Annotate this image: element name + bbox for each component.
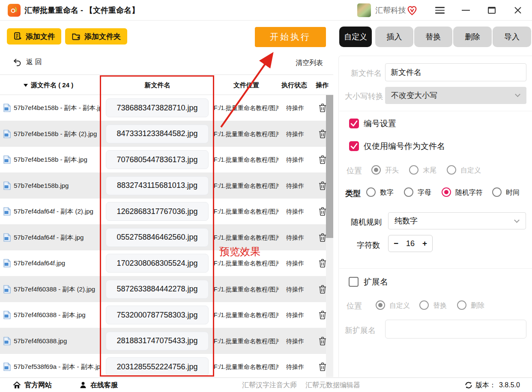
app-icon — [8, 4, 21, 17]
file-location: F:/1.批量重命名教程/图片 — [214, 250, 279, 276]
type-radio-random[interactable] — [442, 187, 451, 197]
footer: 官方网站 在线客服 汇帮汉字注音大师 汇帮元数据编辑器 版本：3.8.5.0 — [0, 377, 532, 392]
status: 待操作 — [282, 199, 308, 225]
new-name-pill: 8473331233844582.jpg — [106, 125, 209, 143]
status: 待操作 — [282, 147, 308, 173]
status: 待操作 — [282, 354, 308, 377]
only-number-label: 仅使用编号作为文件名 — [364, 141, 445, 151]
new-name-pill: 7076805447836173.jpg — [106, 150, 209, 169]
file-location: F:/1.批量重命名教程/图片 — [214, 225, 279, 251]
position-radio-end[interactable] — [409, 165, 418, 175]
official-site-link[interactable]: 官方网站 — [13, 378, 52, 392]
tab-custom[interactable]: 自定义 — [339, 27, 372, 47]
new-name-label: 新文件名 — [351, 68, 382, 78]
status: 待操作 — [282, 95, 308, 121]
random-rule-select[interactable]: 纯数字 — [388, 212, 526, 229]
minimize-button[interactable] — [462, 10, 470, 11]
app-icon-glyph — [10, 6, 18, 15]
add-files-button[interactable]: 添加文件 — [7, 28, 61, 45]
menu-icon[interactable] — [435, 7, 445, 14]
random-rule-label: 随机规则 — [351, 217, 382, 227]
source-name: 57b7ef4daf64f - 副本 (2).jpg — [14, 199, 100, 225]
clear-list-button[interactable]: 清空列表 — [296, 59, 323, 68]
position-radio-custom[interactable] — [447, 165, 456, 175]
table-row: 57b7ef4be158b.jpg 8832743115681013.jpg F… — [0, 173, 333, 199]
table-row: 57b7ef4be158b - 副本 - 副本.jpg 738688347382… — [0, 95, 333, 121]
new-name-pill: 8832743115681013.jpg — [106, 176, 209, 195]
column-status: 执行状态 — [279, 75, 309, 95]
file-icon — [3, 311, 11, 319]
scrollbar-thumb[interactable] — [326, 95, 333, 238]
new-name-pill: 7532000787758303.jpg — [106, 306, 209, 324]
pinyin-tool-link[interactable]: 汇帮汉字注音大师 — [242, 378, 297, 392]
column-source[interactable]: 源文件名 ( 24 ) — [24, 75, 73, 95]
source-name: 57b7ef4f60388 - 副本.jpg — [14, 302, 100, 328]
position-radio-start[interactable] — [371, 165, 381, 175]
position-label: 位置 — [347, 166, 362, 176]
extension-checkbox[interactable] — [349, 277, 359, 287]
check-icon — [349, 119, 359, 128]
column-new-name: 新文件名 — [101, 75, 214, 95]
type-letter-label: 字母 — [418, 188, 431, 197]
type-random-label: 随机字符 — [455, 188, 483, 197]
table-row: 57b7ef4f60388 - 副本 (2).jpg 5872633884442… — [0, 276, 333, 303]
table-scrollbar[interactable] — [326, 95, 333, 377]
source-name: 57b7ef4f60388.jpg — [14, 328, 100, 354]
column-action: 操作 — [311, 75, 333, 95]
brand-name: 汇帮科技 — [375, 0, 406, 21]
ext-position-radio-replace[interactable] — [419, 300, 429, 310]
type-radio-letter[interactable] — [404, 187, 413, 197]
official-site-label: 官方网站 — [24, 381, 52, 390]
numbering-label: 编号设置 — [364, 119, 396, 128]
vip-icon[interactable] — [406, 5, 418, 16]
tab-delete[interactable]: 删除 — [453, 27, 492, 47]
case-convert-select[interactable]: 不改变大小写 — [385, 87, 526, 104]
table-row: 57b7ef4be158b - 副本.jpg 7076805447836173.… — [0, 147, 333, 173]
minus-button[interactable]: − — [394, 239, 398, 248]
support-icon — [79, 381, 87, 389]
file-plus-icon — [13, 32, 22, 41]
table-row: 57b7ef538f69a - 副本 - 副本.jpg 203128555222… — [0, 354, 333, 377]
new-name-pill: 1702308068305524.jpg — [106, 254, 209, 273]
type-radio-number[interactable] — [366, 187, 376, 197]
start-button[interactable]: 开始执行 — [255, 27, 326, 47]
version-label: 版本： — [475, 381, 496, 390]
file-icon — [3, 181, 11, 190]
source-name: 57b7ef4daf64f - 副本.jpg — [14, 225, 100, 251]
close-button[interactable] — [514, 6, 522, 15]
support-label: 在线客服 — [90, 381, 118, 390]
file-location: F:/1.批量重命名教程/图片 — [214, 354, 279, 377]
file-icon — [3, 155, 11, 164]
metadata-tool-link[interactable]: 汇帮元数据编辑器 — [305, 378, 360, 392]
ext-position-radio-delete[interactable] — [457, 300, 466, 310]
tab-insert[interactable]: 插入 — [375, 27, 413, 47]
status: 待操作 — [282, 302, 308, 328]
user-avatar[interactable] — [357, 3, 371, 17]
back-button[interactable]: 返 回 — [13, 58, 42, 67]
maximize-button[interactable] — [488, 7, 496, 14]
ext-position-radio-custom[interactable] — [376, 300, 385, 310]
numbering-checkbox[interactable] — [349, 119, 359, 128]
ext-position-replace-label: 替换 — [433, 301, 447, 310]
file-location: F:/1.批量重命名教程/图片 — [214, 302, 279, 328]
tab-import[interactable]: 导入 — [493, 27, 531, 47]
tab-replace[interactable]: 替换 — [414, 27, 452, 47]
table-row: 57b7ef4be158b - 副本 (2).jpg 8473331233844… — [0, 121, 333, 147]
type-radio-time[interactable] — [492, 187, 502, 197]
new-name-input[interactable] — [385, 63, 526, 81]
type-number-label: 数字 — [380, 188, 394, 197]
new-ext-input[interactable] — [385, 320, 526, 339]
only-number-checkbox[interactable] — [349, 141, 359, 151]
add-files-label: 添加文件 — [26, 32, 55, 42]
new-name-pill: 5872633884442278.jpg — [106, 280, 209, 299]
plus-button[interactable]: + — [422, 239, 427, 248]
ext-position-custom-label: 自定义 — [389, 301, 410, 310]
support-link[interactable]: 在线客服 — [79, 378, 118, 392]
add-folder-button[interactable]: 添加文件夹 — [65, 28, 127, 45]
source-name: 57b7ef4be158b - 副本 (2).jpg — [14, 121, 100, 147]
source-name: 57b7ef4f60388 - 副本 (2).jpg — [14, 276, 100, 303]
status: 待操作 — [282, 328, 308, 354]
type-time-label: 时间 — [506, 188, 520, 197]
refresh-icon[interactable] — [465, 381, 472, 389]
table-row: 57b7ef4f60388 - 副本.jpg 7532000787758303.… — [0, 302, 333, 328]
